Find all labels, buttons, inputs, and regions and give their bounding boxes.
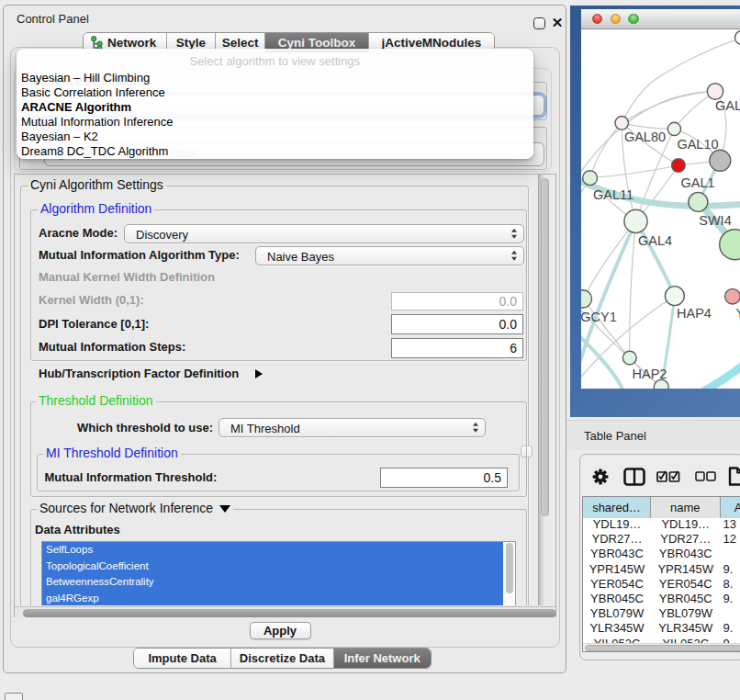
table-row[interactable]: YBR043CYBR043C bbox=[583, 547, 740, 561]
table-row[interactable]: YBL079WYBL079W bbox=[583, 606, 740, 621]
close-window-icon[interactable] bbox=[592, 14, 603, 25]
network-node-bottom[interactable] bbox=[654, 379, 668, 389]
table-cell: YIL052C bbox=[583, 637, 651, 643]
network-canvas[interactable]: GAL2GAL80GAL10GAL1GAL11SWI4GAL4GCY1HAP4Y… bbox=[581, 29, 740, 390]
network-node-gray-node[interactable] bbox=[710, 150, 731, 171]
gear-icon[interactable] bbox=[592, 469, 609, 485]
table-cell: 9. bbox=[721, 562, 740, 577]
zoom-window-icon[interactable] bbox=[628, 14, 639, 25]
attributes-list-scrollbar-thumb[interactable] bbox=[506, 543, 513, 593]
mi-threshold-field[interactable]: 0.5 bbox=[380, 468, 508, 489]
network-edge[interactable] bbox=[622, 122, 674, 129]
hub-factor-expand-icon[interactable] bbox=[255, 369, 263, 378]
mi-algorithm-type-label: Mutual Information Algorithm Type: bbox=[39, 248, 240, 262]
popup-item-bayesian-hill-climbing[interactable]: Bayesian – Hill Climbing bbox=[21, 71, 150, 85]
network-node-GAL80[interactable] bbox=[615, 116, 629, 130]
kernel-width-field[interactable]: 0.0 bbox=[391, 292, 523, 310]
bottom-left-cut-button[interactable] bbox=[5, 693, 23, 700]
network-node-GAL10[interactable] bbox=[667, 122, 680, 135]
table-row[interactable]: YBR045CYBR045C9. bbox=[583, 592, 740, 606]
table-hscrollbar-thumb[interactable] bbox=[585, 645, 740, 652]
algorithm-combo-hint: Select algorithm to view settings bbox=[17, 54, 533, 68]
table-row[interactable]: YER054CYER054C8. bbox=[583, 577, 740, 592]
table-row[interactable]: YIL052CYIL052C9. bbox=[583, 637, 740, 643]
table-cell: 12 bbox=[721, 532, 740, 547]
settings-horizontal-scrollbar[interactable] bbox=[15, 606, 555, 617]
table-body: YDL19…YDL19…13YDR27…YDR27…12YBR043CYBR04… bbox=[583, 518, 740, 643]
which-threshold-combo[interactable]: MI Threshold bbox=[219, 418, 486, 437]
network-node-HAP2[interactable] bbox=[622, 351, 636, 365]
network-graph: GAL2GAL80GAL10GAL1GAL11SWI4GAL4GCY1HAP4Y… bbox=[581, 29, 740, 390]
bottom-tab-impute-data[interactable]: Impute Data bbox=[134, 649, 231, 669]
table-cell: 9. bbox=[721, 592, 740, 606]
dpi-tolerance-field[interactable]: 0.0 bbox=[391, 314, 523, 335]
table-row[interactable]: YLR345WYLR345W9. bbox=[583, 621, 740, 636]
table-cell: 9. bbox=[721, 637, 740, 643]
network-node-GAL11[interactable] bbox=[583, 170, 598, 185]
sources-collapse-icon[interactable] bbox=[219, 505, 230, 513]
mi-steps-field[interactable]: 6 bbox=[391, 338, 523, 358]
table-cell: 13 bbox=[721, 518, 740, 532]
aracne-mode-combo[interactable]: Discovery bbox=[124, 224, 524, 243]
popup-item-mutual-information-inference[interactable]: Mutual Information Inference bbox=[21, 115, 173, 129]
new-table-icon[interactable] bbox=[728, 467, 740, 486]
settings-viewport: Cyni Algorithm Settings Algorithm Defini… bbox=[15, 175, 538, 605]
minimize-window-icon[interactable] bbox=[611, 14, 622, 25]
network-node-pink-top[interactable] bbox=[707, 83, 723, 98]
table-column-header[interactable]: shared… bbox=[583, 497, 651, 518]
network-node-GCY1[interactable] bbox=[581, 289, 592, 307]
network-edge[interactable] bbox=[583, 220, 636, 299]
network-edge[interactable] bbox=[630, 220, 636, 357]
network-edge[interactable] bbox=[703, 366, 740, 390]
mi-algorithm-type-value: Naive Bayes bbox=[267, 250, 334, 264]
table-column-header[interactable]: A bbox=[721, 497, 740, 518]
network-node-GAL4[interactable] bbox=[624, 209, 647, 232]
popup-item-dream8-dc-tdc-algorithm[interactable]: Dream8 DC_TDC Algorithm bbox=[21, 144, 168, 158]
table-row[interactable]: YPR145WYPR145W9. bbox=[583, 562, 740, 577]
bottom-tab-label: Infer Network bbox=[344, 651, 420, 665]
kernel-width-label: Kernel Width (0,1): bbox=[39, 293, 144, 307]
manual-kernel-width-label: Manual Kernel Width Definition bbox=[39, 270, 215, 284]
attributes-list-scrollbar[interactable] bbox=[503, 542, 515, 605]
bottom-tab-discretize-data[interactable]: Discretize Data bbox=[231, 649, 334, 669]
settings-vertical-scrollbar[interactable] bbox=[538, 175, 550, 605]
bottom-tab-infer-network[interactable]: Infer Network bbox=[334, 649, 431, 669]
network-node-label: GAL10 bbox=[677, 137, 718, 152]
select-all-columns-icon[interactable] bbox=[656, 470, 681, 482]
popup-item-basic-correlation-inference[interactable]: Basic Correlation Inference bbox=[21, 85, 165, 99]
popup-item-aracne-algorithm[interactable]: ARACNE Algorithm bbox=[21, 100, 131, 114]
attribute-item-selfloops[interactable]: SelfLoops bbox=[42, 542, 503, 559]
algorithm-definition-title: Algorithm Definition bbox=[38, 202, 154, 216]
table-row[interactable]: YDL19…YDL19…13 bbox=[583, 518, 740, 532]
table-cell: 8. bbox=[721, 577, 740, 592]
network-node-SWI4[interactable] bbox=[689, 192, 708, 211]
network-node-GAL1[interactable] bbox=[672, 158, 686, 172]
data-attributes-list[interactable]: gal4RGexpBetweennessCentralityTopologica… bbox=[41, 541, 516, 605]
table-row[interactable]: YDR27…YDR27…12 bbox=[583, 532, 740, 547]
table-horizontal-scrollbar[interactable] bbox=[583, 643, 740, 652]
settings-vscrollbar-thumb[interactable] bbox=[541, 178, 549, 516]
table-cell: YDR27… bbox=[651, 532, 721, 547]
table-cell: YIL052C bbox=[651, 637, 721, 643]
network-node-corner-tr[interactable] bbox=[735, 30, 740, 44]
bottom-tab-label: Impute Data bbox=[148, 651, 216, 665]
table-column-header[interactable]: name bbox=[651, 497, 721, 518]
attribute-item-topologicalcoefficient[interactable]: TopologicalCoefficient bbox=[42, 559, 503, 575]
combo-stepper-arrows-icon bbox=[511, 229, 517, 239]
mi-algorithm-type-combo[interactable]: Naive Bayes bbox=[255, 246, 524, 265]
table-cell bbox=[721, 606, 740, 621]
attribute-item-gal4rgexp[interactable]: gal4RGexp bbox=[42, 591, 503, 605]
popup-item-bayesian-k2[interactable]: Bayesian – K2 bbox=[21, 130, 98, 143]
network-window-titlebar[interactable] bbox=[581, 9, 740, 29]
network-node-HAP4[interactable] bbox=[665, 286, 684, 305]
apply-button[interactable]: Apply bbox=[250, 622, 311, 639]
aracne-mode-value: Discovery bbox=[136, 228, 188, 242]
settings-hscrollbar-thumb[interactable] bbox=[23, 609, 556, 617]
combo-stepper-arrows-icon bbox=[473, 423, 478, 433]
network-edge[interactable] bbox=[622, 91, 715, 123]
network-node-salmon[interactable] bbox=[725, 288, 740, 304]
unselect-all-columns-icon[interactable] bbox=[695, 471, 716, 481]
network-edge[interactable] bbox=[590, 165, 678, 178]
split-panel-icon[interactable] bbox=[623, 468, 645, 486]
attribute-item-betweennesscentrality[interactable]: BetweennessCentrality bbox=[42, 574, 503, 591]
